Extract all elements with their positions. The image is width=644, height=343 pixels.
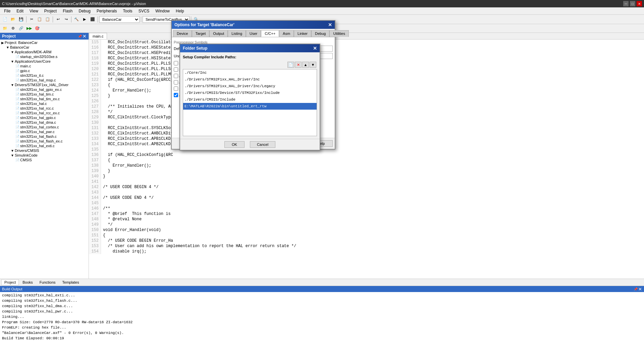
folder-up-button[interactable]: ▲	[302, 62, 309, 68]
options-tab-debug[interactable]: Debug	[311, 30, 329, 37]
menu-item-window[interactable]: Window	[153, 8, 172, 14]
tree-item-17[interactable]: 📄stm32f1xx_hal_dma.c	[1, 120, 88, 125]
tree-item-18[interactable]: 📄stm32f1xx_hal_cortex.c	[1, 125, 88, 129]
options-optimize-check[interactable]	[174, 74, 178, 78]
folder-list-item-5[interactable]: E:\MATLAB\R2022a\bin\untitled_ert_rtw	[183, 103, 317, 110]
tree-item-10[interactable]: 📄stm32f1xx_hal_gpio_ex.c	[1, 87, 88, 92]
bottom-tab-project[interactable]: Project	[1, 279, 19, 285]
tree-item-13[interactable]: 📄stm32f1xx_hal.c	[1, 101, 88, 106]
tree-item-1[interactable]: ▼BalanceCar	[1, 45, 88, 50]
tb2-btn3[interactable]: 🔗	[17, 25, 25, 32]
folder-new-button[interactable]: 📄	[287, 62, 294, 68]
tb2-btn1[interactable]: 📁	[1, 25, 9, 32]
maximize-button[interactable]: □	[630, 1, 635, 6]
bottom-tab-templates[interactable]: Templates	[59, 279, 82, 285]
close-button[interactable]: ✕	[637, 1, 642, 6]
folder-list-item-1[interactable]: ./Drivers/STM32F1xx_HAL_Driver/Inc	[183, 76, 317, 83]
folder-close-button[interactable]: ✕	[313, 46, 317, 51]
tree-item-15[interactable]: 📄stm32f1xx_hal_rcc_ex.c	[1, 111, 88, 115]
tree-item-8[interactable]: 📄stm32f1xx_hal_msp.c	[1, 78, 88, 82]
tree-label-13: stm32f1xx_hal.c	[20, 102, 47, 106]
tree-item-24[interactable]: ▼SimulinkCode	[1, 153, 88, 158]
folder-list-item-4[interactable]: ./Drivers/CMSIS/Include	[183, 96, 317, 103]
tree-item-4[interactable]: ▼Application/User/Core	[1, 59, 88, 64]
tree-item-22[interactable]: 📄stm32f1xx_hal_exti.c	[1, 144, 88, 148]
build-output-close[interactable]: ✕	[638, 287, 642, 292]
options-tab-listing[interactable]: Listing	[228, 30, 246, 37]
folder-delete-button[interactable]: ✕	[295, 62, 302, 68]
folder-footer-ok-button[interactable]: OK	[224, 141, 245, 148]
minimize-button[interactable]: ─	[623, 1, 629, 6]
new-file-button[interactable]: 📄	[1, 16, 9, 23]
menu-item-help[interactable]: Help	[173, 8, 187, 14]
folder-list-item-2[interactable]: ./Drivers/STM32F1xx_HAL_Driver/Inc/Legac…	[183, 83, 317, 90]
paste-button[interactable]: 📋	[44, 16, 51, 23]
folder-list-item-3[interactable]: ./Drivers/CMSIS/Device/ST/STM32F1xx/Incl…	[183, 90, 317, 96]
options-tab-linker[interactable]: Linker	[294, 30, 311, 37]
tree-item-11[interactable]: 📄stm32f1xx_hal_tim.c	[1, 92, 88, 97]
options-lango-check[interactable]	[174, 61, 178, 65]
menu-item-file[interactable]: File	[1, 8, 13, 14]
tree-item-16[interactable]: 📄stm32f1xx_hal_gpio.c	[1, 115, 88, 120]
tree-item-12[interactable]: 📄stm32f1xx_hal_tim_ex.c	[1, 97, 88, 101]
options-tab-asm[interactable]: Asm	[279, 30, 294, 37]
tb2-btn4[interactable]: ▶▶	[25, 25, 33, 32]
tree-item-7[interactable]: 📄stm32f1xx_it.c	[1, 73, 88, 78]
build-output-pin[interactable]: 📌	[634, 287, 638, 292]
project-panel-pin[interactable]: 📌	[78, 34, 82, 39]
options-sp-check[interactable]	[174, 87, 178, 91]
open-button[interactable]: 📂	[9, 16, 17, 23]
tb2-btn2[interactable]: ⚙	[9, 25, 17, 32]
options-execute-check[interactable]	[174, 67, 178, 72]
options-o-check[interactable]	[174, 93, 178, 97]
folder-down-button[interactable]: ▼	[310, 62, 316, 68]
tree-item-3[interactable]: 📄startup_stm32f103xe.s	[1, 54, 88, 59]
tree-item-25[interactable]: 📄CMSIS	[1, 158, 88, 162]
bottom-tab-functions[interactable]: Functions	[37, 279, 59, 285]
folder-paths-list[interactable]: ./Core/Inc./Drivers/STM32F1xx_HAL_Driver…	[183, 69, 317, 136]
line-number-24: 139	[89, 168, 101, 174]
tree-item-14[interactable]: 📄stm32f1xx_hal_rcc.c	[1, 106, 88, 111]
menu-item-svcs[interactable]: SVCS	[136, 8, 152, 14]
options-tab-target[interactable]: Target	[192, 30, 210, 37]
redo-button[interactable]: ↪	[62, 16, 70, 23]
options-op-check[interactable]	[174, 80, 178, 84]
build-output[interactable]: compiling stm32f1xx_hal_exti.c...compili…	[0, 292, 644, 343]
options-tab-device[interactable]: Device	[173, 30, 192, 37]
menu-item-debug[interactable]: Debug	[76, 8, 93, 14]
tree-item-19[interactable]: 📄stm32f1xx_hal_pwr.c	[1, 129, 88, 134]
tree-item-23[interactable]: ▼Drivers/CMSIS	[1, 148, 88, 153]
target-selector[interactable]: BalanceCar	[99, 16, 140, 23]
stop-button[interactable]: ⬛	[89, 16, 96, 23]
tree-item-5[interactable]: 📄main.c	[1, 64, 88, 68]
folder-footer-cancel-button[interactable]: Cancel	[250, 141, 275, 148]
menu-item-project[interactable]: Project	[42, 8, 59, 14]
menu-item-peripherals[interactable]: Peripherals	[94, 8, 120, 14]
options-tab-utilities[interactable]: Utilities	[329, 30, 348, 37]
copy-button[interactable]: 📋	[36, 16, 43, 23]
save-button[interactable]: 💾	[17, 16, 25, 23]
options-tab-output[interactable]: Output	[209, 30, 228, 37]
menu-item-edit[interactable]: Edit	[14, 8, 26, 14]
cut-button[interactable]: ✂	[28, 16, 35, 23]
options-tab-user[interactable]: User	[246, 30, 261, 37]
tree-item-6[interactable]: 📄gpio.c	[1, 68, 88, 73]
tree-item-9[interactable]: ▼Drivers/STM32F1xx_HAL_Driver	[1, 82, 88, 87]
tree-item-0[interactable]: ▶Project: BalanceCar	[1, 40, 88, 45]
menu-item-view[interactable]: View	[27, 8, 41, 14]
menu-item-flash[interactable]: Flash	[60, 8, 75, 14]
editor-tab-main-c[interactable]: main.c	[89, 33, 107, 39]
tree-item-2[interactable]: ▼Application/MDK-ARM	[1, 50, 88, 54]
tree-item-21[interactable]: 📄stm32f1xx_hal_flash_ex.c	[1, 139, 88, 144]
tree-item-20[interactable]: 📄stm32f1xx_hal_flash.c	[1, 134, 88, 139]
undo-button[interactable]: ↩	[54, 16, 62, 23]
tb2-btn5[interactable]: 🎯	[34, 25, 41, 32]
options-tab-c-c++[interactable]: C/C++	[261, 30, 279, 37]
options-close-button[interactable]: ✕	[328, 22, 332, 27]
bottom-tab-books[interactable]: Books	[19, 279, 36, 285]
build-button[interactable]: 🔨	[73, 16, 80, 23]
debug-button[interactable]: ▶	[81, 16, 88, 23]
folder-list-item-0[interactable]: ./Core/Inc	[183, 69, 317, 76]
menu-item-tools[interactable]: Tools	[120, 8, 135, 14]
project-panel-close[interactable]: ✕	[83, 34, 87, 39]
